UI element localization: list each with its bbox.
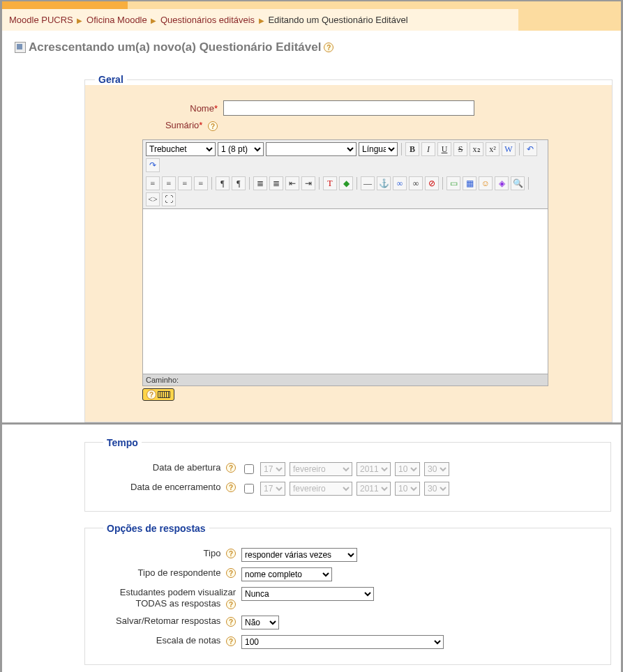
help-icon[interactable]: ? [226,600,236,609]
font-style-select[interactable] [266,142,356,156]
html-source-button[interactable]: <> [146,192,160,206]
legend-geral: Geral [95,74,127,85]
link-button[interactable]: ∞ [393,176,407,190]
help-icon[interactable]: ? [226,617,236,627]
emoticon-button[interactable]: ☺ [479,176,493,190]
open-hour-select[interactable]: 10 [395,462,420,476]
editor-textarea[interactable] [142,208,548,374]
close-month-select[interactable]: fevereiro [290,482,352,496]
subscript-button[interactable]: x₂ [470,142,483,156]
nolink-button[interactable]: ⊘ [425,176,439,190]
unlink-button[interactable]: ∞ [409,176,423,190]
breadcrumb-link-course[interactable]: Oficina Moodle [87,15,147,25]
indent-button[interactable]: ⇥ [301,176,315,190]
section-opcoes: Opções de respostas Tipo ? responder vár… [84,523,611,666]
italic-button[interactable]: I [421,142,435,156]
table-button[interactable]: ▦ [463,176,476,190]
keyboard-help-button[interactable]: ? [142,388,174,401]
special-char-button[interactable]: ◈ [495,176,509,190]
outdent-button[interactable]: ⇤ [285,176,299,190]
fullscreen-button[interactable]: ⛶ [162,192,176,206]
help-icon[interactable]: ? [226,568,236,578]
bg-color-button[interactable]: ◆ [339,176,353,190]
legend-tempo: Tempo [103,437,142,448]
superscript-button[interactable]: x² [486,142,500,156]
label-salvar: Salvar/Retomar respostas [116,616,220,626]
redo-button[interactable]: ↷ [146,158,160,172]
strike-button[interactable]: S [453,142,467,156]
open-year-select[interactable]: 2011 [356,462,391,476]
anchor-button[interactable]: ⚓ [377,176,391,190]
editor-path-bar: Caminho: [142,374,548,386]
enable-close-date-checkbox[interactable] [244,484,254,494]
label-escala: Escala de notas [156,635,221,646]
respondente-select[interactable]: nome completo [241,567,332,581]
breadcrumb: Moodle PUCRS ▶ Oficina Moodle ▶ Question… [2,9,518,31]
section-geral: Geral Nome* Sumário* ? [84,74,613,422]
page-title: Acrescentando um(a) novo(a) Questionário… [29,40,321,54]
align-center-button[interactable]: ≡ [162,176,176,190]
chevron-right-icon: ▶ [151,17,156,24]
richtext-editor: Trebuchet 1 (8 pt) Língua B I [142,139,596,401]
label-respondente: Tipo de respondente [138,567,221,578]
salvar-select[interactable]: Não [241,616,279,629]
align-right-button[interactable]: ≡ [178,176,192,190]
hr-button[interactable]: — [361,176,375,190]
editor-toolbar-row1: Trebuchet 1 (8 pt) Língua B I [142,139,548,174]
label-encerramento: Data de encerramento [130,482,220,492]
help-icon[interactable]: ? [226,549,236,558]
label-visualizar: Estudantes podem visualizar TODAS as res… [120,587,236,609]
open-day-select[interactable]: 17 [260,462,285,476]
rtl-button[interactable]: ¶ [232,176,246,190]
font-size-select[interactable]: 1 (8 pt) [218,142,264,156]
escala-select[interactable]: 100 [241,635,444,649]
close-minute-select[interactable]: 30 [424,482,449,496]
chevron-right-icon: ▶ [259,17,264,24]
font-color-button[interactable]: T [323,176,337,190]
breadcrumb-current: Editando um Questionário Editável [268,15,407,25]
breadcrumb-link-module[interactable]: Questionários editáveis [160,15,255,25]
help-icon[interactable]: ? [324,43,333,52]
section-tempo: Tempo Data de abertura ? 17 fevereiro 20… [84,437,611,512]
top-accent-bar [2,1,621,9]
ordered-list-button[interactable]: ≣ [253,176,267,190]
undo-button[interactable]: ↶ [523,142,537,156]
clean-word-button[interactable]: W [502,142,516,156]
help-icon[interactable]: ? [208,121,218,131]
tipo-select[interactable]: responder várias vezes [241,548,357,562]
nome-input[interactable] [223,100,474,116]
close-year-select[interactable]: 2011 [356,482,391,496]
editor-toolbar-row2: ≡ ≡ ≡ ≡ ¶ ¶ ≣ ≣ ⇤ ⇥ T ◆ [142,174,548,208]
enable-open-date-checkbox[interactable] [244,464,254,474]
search-replace-button[interactable]: 🔍 [511,176,525,190]
open-minute-select[interactable]: 30 [424,462,449,476]
align-left-button[interactable]: ≡ [146,176,160,190]
lang-select[interactable]: Língua [359,142,398,156]
chevron-right-icon: ▶ [77,17,82,24]
keyboard-icon [158,391,170,398]
close-hour-select[interactable]: 10 [395,482,420,496]
label-tipo: Tipo [204,548,221,558]
label-sumario: Sumário [165,120,199,130]
help-icon[interactable]: ? [226,636,236,646]
bold-button[interactable]: B [405,142,419,156]
align-justify-button[interactable]: ≡ [194,176,208,190]
close-day-select[interactable]: 17 [260,482,285,496]
underline-button[interactable]: U [437,142,451,156]
unordered-list-button[interactable]: ≣ [269,176,283,190]
image-button[interactable]: ▭ [446,176,460,190]
legend-opcoes: Opções de respostas [103,523,209,534]
open-month-select[interactable]: fevereiro [290,462,352,476]
visualizar-select[interactable]: Nunca [241,587,374,601]
label-abertura: Data de abertura [153,462,221,473]
questionnaire-icon [15,42,26,53]
breadcrumb-link-root[interactable]: Moodle PUCRS [9,15,73,25]
help-icon[interactable]: ? [226,463,236,473]
ltr-button[interactable]: ¶ [216,176,230,190]
label-nome: Nome [190,103,214,114]
help-icon[interactable]: ? [226,482,236,492]
font-family-select[interactable]: Trebuchet [146,142,216,156]
